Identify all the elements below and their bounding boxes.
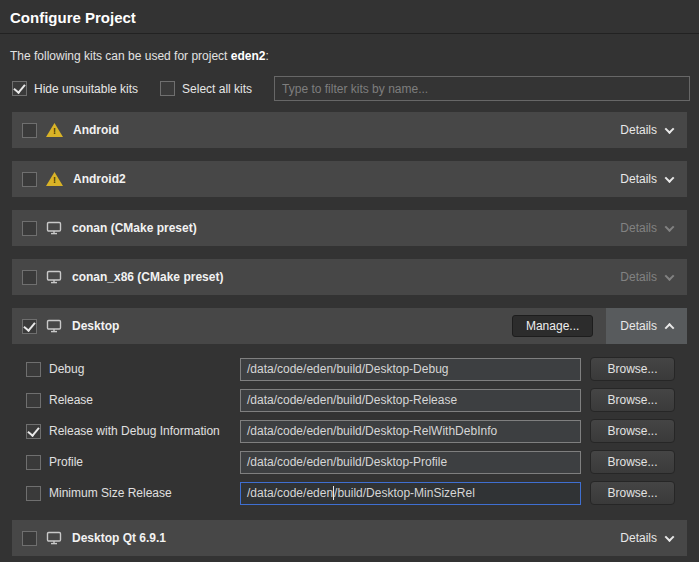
kit-checkbox[interactable] — [22, 319, 37, 334]
kit-checkbox[interactable] — [22, 531, 37, 546]
kit-row-conan: conan (CMake preset) Details — [12, 210, 687, 246]
chevron-down-icon — [665, 173, 675, 183]
kit-name: Desktop — [72, 319, 119, 333]
config-checkbox[interactable] — [26, 393, 41, 408]
kit-filter-input[interactable] — [274, 76, 690, 101]
kit-name: conan_x86 (CMake preset) — [72, 270, 223, 284]
config-label: Debug — [49, 362, 240, 376]
build-dir-input-focused[interactable]: /data/code/eden/build/Desktop-MinSizeRel — [240, 482, 581, 505]
checkbox-icon — [160, 81, 175, 96]
chevron-down-icon — [665, 124, 675, 134]
details-toggle[interactable]: Details — [606, 308, 687, 344]
kit-name: Android2 — [73, 172, 126, 186]
kit-checkbox[interactable] — [22, 172, 37, 187]
kit-name: Android — [73, 123, 119, 137]
chevron-down-icon — [665, 271, 675, 281]
config-label: Minimum Size Release — [49, 486, 240, 500]
build-dir-input[interactable]: /data/code/eden/build/Desktop-Release — [240, 389, 581, 412]
kit-row-android: Android Details — [12, 112, 687, 148]
page-title: Configure Project — [0, 0, 699, 33]
build-config-row-debug: Debug /data/code/eden/build/Desktop-Debu… — [24, 357, 675, 381]
desktop-build-configs: Debug /data/code/eden/build/Desktop-Debu… — [24, 357, 675, 505]
details-toggle[interactable]: Details — [606, 520, 687, 556]
build-dir-input[interactable]: /data/code/eden/build/Desktop-Debug — [240, 358, 581, 381]
config-label: Release — [49, 393, 240, 407]
checkbox-label: Hide unsuitable kits — [34, 82, 138, 96]
chevron-down-icon — [665, 222, 675, 232]
chevron-down-icon — [665, 532, 675, 542]
config-checkbox[interactable] — [26, 455, 41, 470]
kit-row-desktop: Desktop Manage... Details — [12, 308, 687, 344]
kit-filter-bar: Hide unsuitable kits Select all kits — [12, 76, 690, 101]
build-dir-input[interactable]: /data/code/eden/build/Desktop-Profile — [240, 451, 581, 474]
build-config-row-profile: Profile /data/code/eden/build/Desktop-Pr… — [24, 450, 675, 474]
manage-kits-button[interactable]: Manage... — [512, 315, 593, 337]
config-label: Release with Debug Information — [49, 424, 240, 438]
kit-row-android2: Android2 Details — [12, 161, 687, 197]
chevron-up-icon — [665, 322, 675, 332]
title-separator — [0, 33, 699, 34]
config-label: Profile — [49, 455, 240, 469]
details-toggle: Details — [606, 210, 687, 246]
build-config-row-relwithdebinfo: Release with Debug Information /data/cod… — [24, 419, 675, 443]
browse-button[interactable]: Browse... — [590, 419, 675, 443]
desktop-icon — [46, 319, 62, 333]
checkbox-label: Select all kits — [182, 82, 252, 96]
kit-row-conan-x86: conan_x86 (CMake preset) Details — [12, 259, 687, 295]
browse-button[interactable]: Browse... — [590, 481, 675, 505]
browse-button[interactable]: Browse... — [590, 357, 675, 381]
config-checkbox[interactable] — [26, 362, 41, 377]
config-checkbox[interactable] — [26, 486, 41, 501]
build-config-row-release: Release /data/code/eden/build/Desktop-Re… — [24, 388, 675, 412]
hide-unsuitable-kits-checkbox[interactable]: Hide unsuitable kits — [12, 81, 138, 96]
config-checkbox[interactable] — [26, 424, 41, 439]
kit-checkbox[interactable] — [22, 221, 37, 236]
details-toggle[interactable]: Details — [606, 161, 687, 197]
kit-row-desktop-qt-691: Desktop Qt 6.9.1 Details — [12, 520, 687, 556]
warning-icon — [46, 123, 63, 137]
browse-button[interactable]: Browse... — [590, 450, 675, 474]
checkbox-icon — [12, 81, 27, 96]
desktop-icon — [46, 270, 62, 284]
project-name: eden2 — [231, 49, 266, 63]
kit-name: Desktop Qt 6.9.1 — [72, 531, 166, 545]
desktop-icon — [46, 221, 62, 235]
kits-info-text: The following kits can be used for proje… — [10, 49, 689, 63]
build-dir-input[interactable]: /data/code/eden/build/Desktop-RelWithDeb… — [240, 420, 581, 443]
warning-icon — [46, 172, 63, 186]
details-toggle: Details — [606, 259, 687, 295]
details-toggle[interactable]: Details — [606, 112, 687, 148]
select-all-kits-checkbox[interactable]: Select all kits — [160, 81, 252, 96]
browse-button[interactable]: Browse... — [590, 388, 675, 412]
kit-checkbox[interactable] — [22, 270, 37, 285]
kit-name: conan (CMake preset) — [72, 221, 197, 235]
kit-checkbox[interactable] — [22, 123, 37, 138]
kit-list: Android Details Android2 Details conan (… — [12, 112, 687, 556]
desktop-icon — [46, 531, 62, 545]
build-config-row-minsizerel: Minimum Size Release /data/code/eden/bui… — [24, 481, 675, 505]
